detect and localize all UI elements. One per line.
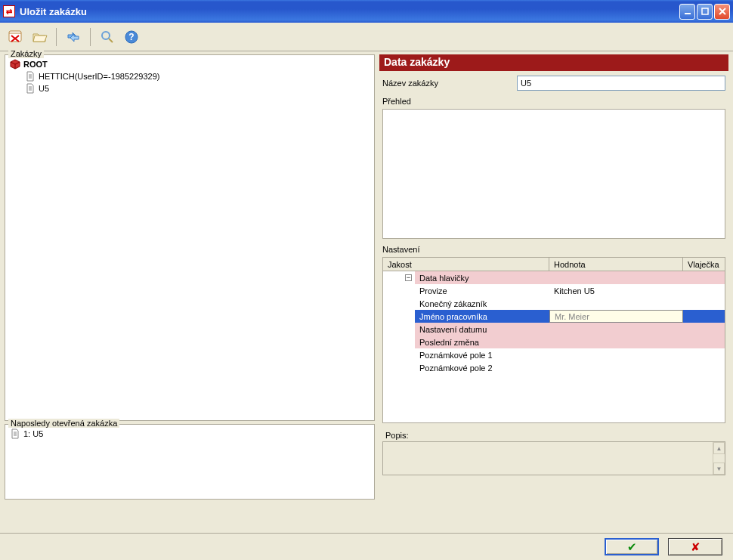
tree-item-label: HETTICH(UserID=-1985229329): [39, 72, 159, 81]
scrollbar[interactable]: ▲ ▼: [713, 442, 725, 475]
col-value[interactable]: Hodnota: [549, 258, 683, 271]
tree-root-label: ROOT: [23, 60, 48, 69]
order-name-label: Název zakázky: [382, 79, 511, 88]
scroll-up-icon[interactable]: ▲: [713, 442, 725, 454]
svg-rect-1: [702, 8, 708, 14]
document-icon: [10, 429, 20, 439]
grid-row[interactable]: Poznámkové pole 1: [383, 348, 725, 361]
grid-cell-value: [549, 348, 683, 361]
window-title: Uložit zakázku: [20, 6, 679, 17]
maximize-button[interactable]: [697, 4, 713, 20]
grid-row[interactable]: Konečný zákazník: [383, 297, 725, 310]
recent-orders-list[interactable]: 1: U5: [5, 425, 374, 499]
recent-item[interactable]: 1: U5: [7, 428, 373, 440]
orders-tree-label: Zakázky: [8, 49, 44, 58]
grid-row[interactable]: Poslední změna: [383, 336, 725, 348]
toolbar-separator: [90, 28, 91, 46]
minimize-button[interactable]: [679, 4, 695, 20]
grid-cell-flag: [683, 297, 725, 310]
grid-row[interactable]: Nastavení datumu: [383, 323, 725, 336]
grid-cell-quality: Poslední změna: [415, 336, 549, 348]
preview-label: Přehled: [379, 95, 728, 107]
tree-root[interactable]: ROOT: [7, 58, 373, 70]
orders-tree[interactable]: ROOT HETTICH(UserID=-1985229329) U5: [5, 55, 374, 420]
order-name-input[interactable]: [517, 76, 725, 91]
grid-row[interactable]: Poznámkové pole 2: [383, 361, 725, 374]
grid-group-row[interactable]: − Data hlavičky: [383, 271, 725, 284]
ok-button[interactable]: ✔: [605, 538, 659, 555]
grid-cell-quality: Konečný zákazník: [415, 297, 549, 310]
grid-cell-value: [549, 297, 683, 310]
description-text[interactable]: [383, 442, 713, 475]
folder-button[interactable]: [29, 26, 50, 48]
grid-cell-quality: Jméno pracovníka: [415, 310, 549, 323]
document-icon: [25, 83, 36, 94]
orders-tree-panel: Zakázky ROOT HETTICH(UserID=-1985229329): [5, 54, 375, 421]
grid-cell-flag: [683, 361, 725, 374]
settings-grid[interactable]: Jakost Hodnota Vlaječka − Data hlavičky …: [382, 257, 725, 423]
svg-rect-2: [9, 31, 21, 42]
grid-cell-quality: Provize: [415, 284, 549, 297]
cube-icon: [10, 59, 20, 70]
app-icon: ⇄: [3, 5, 15, 17]
grid-cell-value: Kitchen U5: [549, 284, 683, 297]
recent-orders-panel: Naposledy otevřená zakázka 1: U5: [5, 424, 375, 500]
document-icon: [25, 71, 36, 82]
search-button[interactable]: [97, 26, 118, 48]
grid-cell-flag: [683, 336, 725, 348]
order-data-header: Data zakázky: [379, 54, 728, 71]
grid-cell-value: [549, 336, 683, 348]
toolbar-separator: [56, 28, 57, 46]
scroll-down-icon[interactable]: ▼: [713, 463, 725, 475]
col-quality[interactable]: Jakost: [383, 258, 549, 271]
titlebar: ⇄ Uložit zakázku: [0, 0, 733, 23]
delete-button[interactable]: [5, 26, 26, 48]
toolbar: ?: [0, 23, 733, 51]
svg-rect-0: [685, 13, 691, 14]
grid-cell-quality: Poznámkové pole 1: [415, 348, 549, 361]
svg-point-3: [102, 32, 110, 39]
grid-cell-value: [549, 323, 683, 336]
description-box[interactable]: ▲ ▼: [382, 441, 725, 475]
recent-item-label: 1: U5: [23, 429, 43, 438]
dialog-button-bar: ✔ ✘: [0, 533, 733, 560]
recent-orders-label: Naposledy otevřená zakázka: [8, 419, 119, 428]
grid-cell-flag: [683, 310, 725, 323]
help-button[interactable]: ?: [121, 26, 142, 48]
grid-cell-quality: Nastavení datumu: [415, 323, 549, 336]
preview-area: [382, 109, 725, 239]
tree-item-hettich[interactable]: HETTICH(UserID=-1985229329): [7, 70, 373, 82]
description-label: Popis:: [382, 429, 725, 441]
tree-item-u5[interactable]: U5: [7, 82, 373, 94]
tree-item-label: U5: [39, 84, 49, 93]
grid-cell-value: [549, 271, 683, 284]
grid-cell-quality: Data hlavičky: [415, 271, 549, 284]
svg-text:?: ?: [128, 32, 134, 42]
grid-cell-flag: [683, 284, 725, 297]
settings-label: Nastavení: [379, 243, 728, 255]
col-flag[interactable]: Vlaječka: [683, 258, 725, 271]
grid-cell-value: [549, 361, 683, 374]
cancel-button[interactable]: ✘: [668, 538, 722, 555]
grid-row-selected[interactable]: Jméno pracovníka Mr. Meier: [383, 310, 725, 323]
grid-cell-value-editing[interactable]: Mr. Meier: [549, 310, 683, 323]
transfer-button[interactable]: [63, 26, 84, 48]
grid-header: Jakost Hodnota Vlaječka: [383, 258, 725, 271]
grid-cell-flag: [683, 271, 725, 284]
grid-cell-quality: Poznámkové pole 2: [415, 361, 549, 374]
close-button[interactable]: [714, 4, 730, 20]
grid-cell-flag: [683, 348, 725, 361]
collapse-icon[interactable]: −: [405, 274, 412, 281]
grid-cell-flag: [683, 323, 725, 336]
grid-row[interactable]: Provize Kitchen U5: [383, 284, 725, 297]
